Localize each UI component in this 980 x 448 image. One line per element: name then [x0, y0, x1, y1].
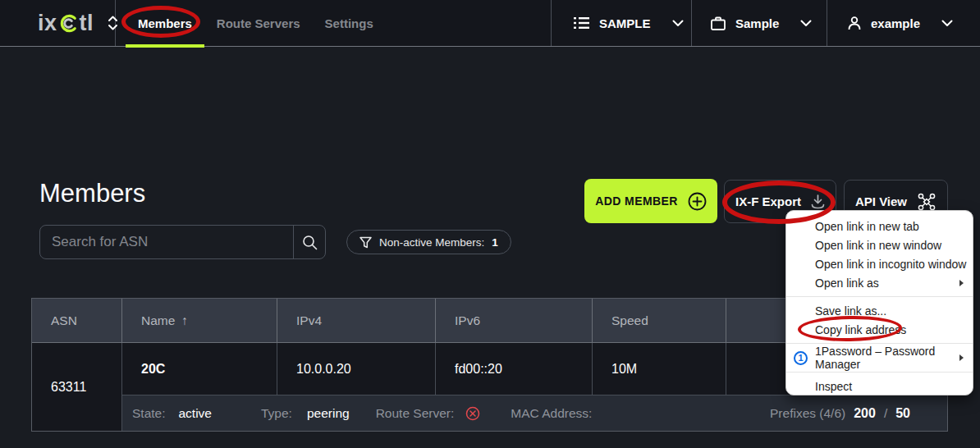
menu-item-label: 1Password – Password Manager: [815, 345, 973, 371]
nav-tab-route-servers-label: Route Servers: [217, 16, 300, 30]
submenu-arrow-icon: [959, 280, 964, 286]
ipv6-value: fd00::20: [455, 362, 502, 377]
ixf-export-label: IX-F Export: [735, 194, 801, 208]
menu-item-open-link-new-tab[interactable]: Open link in new tab: [786, 217, 973, 235]
filter-funnel-icon: [359, 236, 372, 249]
menu-item-1password[interactable]: 1 1Password – Password Manager: [786, 348, 973, 368]
instance-selector-label: Sample: [735, 16, 779, 30]
sort-ascending-icon: ↑: [181, 313, 188, 328]
chevron-down-icon: [672, 20, 684, 27]
menu-item-copy-link-address[interactable]: Copy link address: [786, 320, 973, 339]
menu-item-label: Open link as: [815, 277, 879, 290]
menu-separator: [786, 343, 973, 344]
column-header-ipv4[interactable]: IPv4: [277, 299, 436, 343]
nav-tab-route-servers[interactable]: Route Servers: [217, 0, 300, 47]
column-header-ipv4-label: IPv4: [296, 313, 322, 328]
1password-icon: 1: [794, 351, 808, 365]
logo-text-prefix: ix: [38, 11, 57, 36]
member-details-row: State: active Type: peering Route Server…: [122, 395, 947, 431]
column-header-name[interactable]: Name ↑: [122, 299, 277, 343]
filter-chip-count: 1: [492, 236, 498, 249]
menu-item-label: Save link as...: [815, 304, 886, 318]
speed-value: 10M: [611, 362, 637, 377]
cell-asn[interactable]: 63311: [32, 343, 122, 431]
briefcase-icon: [711, 16, 726, 30]
menu-separator: [786, 296, 973, 297]
column-header-ipv6[interactable]: IPv6: [436, 299, 593, 343]
chevron-down-icon: [941, 20, 953, 27]
cell-speed[interactable]: 10M: [593, 343, 726, 395]
search-icon: [302, 235, 318, 250]
asn-value: 63311: [51, 380, 86, 395]
user-icon: [848, 16, 861, 30]
page-title: Members: [39, 179, 145, 208]
nav-tab-members-label: Members: [138, 16, 192, 30]
logo-text-suffix: tl: [80, 11, 94, 36]
column-header-ipv6-label: IPv6: [455, 313, 480, 328]
org-selector[interactable]: SAMPLE: [551, 0, 691, 46]
column-header-asn[interactable]: ASN: [32, 299, 122, 343]
menu-item-open-link-new-window[interactable]: Open link in new window: [786, 235, 973, 254]
nav-tab-members[interactable]: Members: [138, 0, 192, 47]
user-menu[interactable]: example: [827, 0, 980, 46]
column-header-speed[interactable]: Speed: [593, 299, 726, 343]
ipv4-value: 10.0.0.20: [296, 362, 351, 377]
menu-item-open-link-as[interactable]: Open link as: [786, 273, 973, 292]
member-name-value: 20C: [141, 362, 165, 377]
prefixes-v6-value: 50: [895, 406, 910, 421]
nav-tab-settings-label: Settings: [325, 16, 373, 30]
browser-context-menu: Open link in new tab Open link in new wi…: [785, 210, 973, 395]
download-icon: [811, 194, 825, 209]
org-selector-label: SAMPLE: [599, 16, 651, 30]
cell-name[interactable]: 20C: [122, 343, 277, 395]
type-field: Type: peering: [261, 406, 350, 421]
nav-tab-settings[interactable]: Settings: [325, 0, 373, 47]
user-menu-label: example: [871, 16, 920, 30]
plus-circle-icon: [688, 192, 707, 211]
state-value: active: [179, 406, 213, 421]
app-logo[interactable]: ix tl: [38, 11, 94, 36]
prefixes-field: Prefixes (4/6) 200 / 50: [770, 406, 910, 421]
mac-address-field: MAC Address:: [511, 406, 592, 421]
route-server-disabled-icon: [465, 406, 480, 421]
prefixes-separator: /: [884, 406, 887, 421]
list-icon: [574, 16, 589, 30]
menu-item-label: Copy link address: [815, 323, 906, 336]
add-member-label: ADD MEMBER: [595, 194, 677, 208]
logo-c-icon: [58, 13, 79, 34]
add-member-button[interactable]: ADD MEMBER: [584, 179, 717, 223]
menu-item-open-link-incognito[interactable]: Open link in incognito window: [786, 254, 973, 273]
search-box: [39, 225, 326, 259]
type-value: peering: [307, 406, 350, 421]
menu-item-label: Open link in new window: [815, 239, 941, 252]
search-input[interactable]: [40, 234, 293, 250]
column-header-asn-label: ASN: [51, 313, 77, 328]
api-view-label: API View: [855, 194, 907, 208]
prefixes-v4-value: 200: [854, 406, 876, 421]
route-server-label: Route Server:: [376, 406, 455, 421]
instance-selector[interactable]: Sample: [691, 0, 827, 46]
menu-item-save-link-as[interactable]: Save link as...: [786, 301, 973, 320]
prefixes-label: Prefixes (4/6): [770, 406, 845, 421]
column-header-name-label: Name: [141, 313, 175, 328]
submenu-arrow-icon: [959, 354, 964, 361]
search-button[interactable]: [293, 226, 325, 258]
column-header-speed-label: Speed: [611, 313, 648, 328]
api-hub-icon: [917, 193, 936, 211]
state-label: State:: [132, 406, 166, 421]
route-server-field: Route Server:: [376, 406, 481, 421]
type-label: Type:: [261, 406, 292, 421]
chevron-down-icon: [800, 20, 812, 27]
menu-item-label: Open link in new tab: [815, 220, 919, 233]
menu-item-inspect[interactable]: Inspect: [786, 377, 973, 395]
cell-ipv6[interactable]: fd00::20: [436, 343, 593, 395]
active-tab-underline: [126, 44, 204, 48]
non-active-members-filter-chip[interactable]: Non-active Members: 1: [346, 230, 511, 254]
filter-chip-label: Non-active Members:: [379, 236, 484, 249]
top-navbar: ix tl Members Route Servers Settings: [0, 0, 980, 47]
menu-item-label: Inspect: [815, 380, 852, 393]
mac-address-label: MAC Address:: [511, 406, 592, 421]
menu-separator: [786, 372, 973, 373]
cell-ipv4[interactable]: 10.0.0.20: [277, 343, 436, 395]
logo-block: ix tl: [0, 0, 116, 46]
